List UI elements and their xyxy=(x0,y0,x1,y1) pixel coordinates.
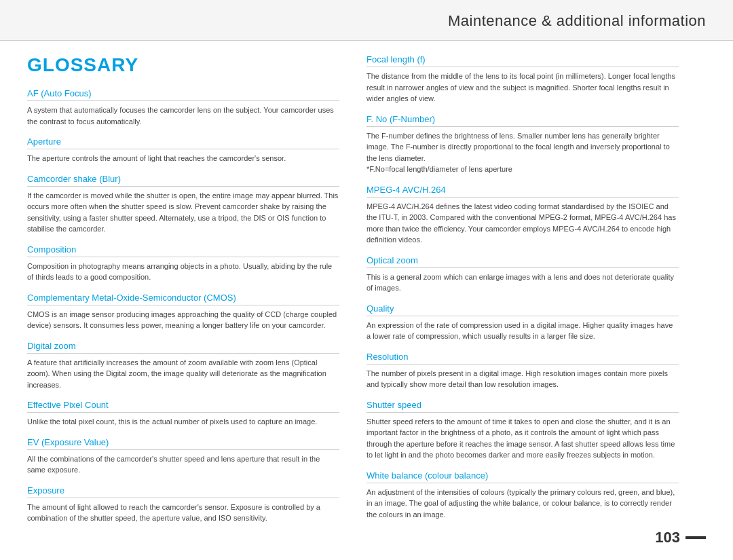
left-column: GLOSSARY AF (Auto Focus)A system that au… xyxy=(27,54,339,534)
left-term-3: CompositionComposition in photography me… xyxy=(27,244,339,283)
right-term-body-6: Shutter speed refers to the amount of ti… xyxy=(366,416,679,461)
page-number-bar xyxy=(685,536,706,539)
header-section: Maintenance & additional information xyxy=(0,0,733,41)
right-term-heading-4: Quality xyxy=(366,303,679,316)
right-term-6: Shutter speedShutter speed refers to the… xyxy=(366,400,679,461)
left-term-4: Complementary Metal-Oxide-Semiconductor … xyxy=(27,293,339,331)
header-title: Maintenance & additional information xyxy=(27,12,706,30)
right-term-5: ResolutionThe number of pixels present i… xyxy=(366,352,679,390)
left-term-heading-7: EV (Exposure Value) xyxy=(27,437,339,450)
right-term-4: QualityAn expression of the rate of comp… xyxy=(366,303,679,342)
page-number: 103 xyxy=(655,529,680,546)
glossary-title: GLOSSARY xyxy=(27,54,339,76)
right-term-1: F. No (F-Number)The F-number defines the… xyxy=(366,114,679,175)
left-term-heading-8: Exposure xyxy=(27,485,339,498)
left-terms-container: AF (Auto Focus)A system that automatical… xyxy=(27,88,339,524)
right-term-body-2: MPEG-4 AVC/H.264 defines the latest vide… xyxy=(366,201,679,246)
right-term-0: Focal length (f)The distance from the mi… xyxy=(366,54,679,105)
left-term-heading-4: Complementary Metal-Oxide-Semiconductor … xyxy=(27,293,339,305)
right-terms-container: Focal length (f)The distance from the mi… xyxy=(366,54,679,520)
right-term-2: MPEG-4 AVC/H.264MPEG-4 AVC/H.264 defines… xyxy=(366,185,679,246)
left-term-heading-2: Camcorder shake (Blur) xyxy=(27,174,339,187)
left-term-heading-5: Digital zoom xyxy=(27,341,339,354)
right-term-heading-6: Shutter speed xyxy=(366,400,679,413)
right-term-body-5: The number of pixels present in a digita… xyxy=(366,368,679,390)
left-term-7: EV (Exposure Value)All the combinations … xyxy=(27,437,339,476)
left-term-body-8: The amount of light allowed to reach the… xyxy=(27,502,339,524)
page-container: Maintenance & additional information GLO… xyxy=(0,0,733,560)
left-term-0: AF (Auto Focus)A system that automatical… xyxy=(27,88,339,127)
right-term-heading-7: White balance (colour balance) xyxy=(366,470,679,483)
left-term-1: ApertureThe aperture controls the amount… xyxy=(27,136,339,164)
right-term-body-7: An adjustment of the intensities of colo… xyxy=(366,487,679,521)
left-term-8: ExposureThe amount of light allowed to r… xyxy=(27,485,339,524)
right-term-7: White balance (colour balance)An adjustm… xyxy=(366,470,679,521)
right-term-heading-3: Optical zoom xyxy=(366,255,679,268)
right-term-heading-0: Focal length (f) xyxy=(366,54,679,67)
left-term-body-6: Unlike the total pixel count, this is th… xyxy=(27,416,339,428)
right-term-body-4: An expression of the rate of compression… xyxy=(366,320,679,342)
content-area: GLOSSARY AF (Auto Focus)A system that au… xyxy=(0,41,733,547)
left-term-body-5: A feature that artificially increases th… xyxy=(27,357,339,391)
right-term-3: Optical zoomThis is a general zoom which… xyxy=(366,255,679,294)
left-term-body-3: Composition in photography means arrangi… xyxy=(27,261,339,283)
page-number-section: 103 xyxy=(655,529,706,546)
left-term-heading-3: Composition xyxy=(27,244,339,257)
left-term-body-2: If the camcorder is moved while the shut… xyxy=(27,190,339,235)
left-term-2: Camcorder shake (Blur)If the camcorder i… xyxy=(27,174,339,235)
right-term-body-1: The F-number defines the brightness of l… xyxy=(366,130,679,175)
right-term-heading-5: Resolution xyxy=(366,352,679,365)
right-term-body-3: This is a general zoom which can enlarge… xyxy=(366,272,679,294)
left-term-body-1: The aperture controls the amount of ligh… xyxy=(27,153,339,164)
left-term-5: Digital zoomA feature that artificially … xyxy=(27,341,339,391)
right-term-body-0: The distance from the middle of the lens… xyxy=(366,71,679,105)
left-term-heading-1: Aperture xyxy=(27,136,339,149)
left-term-heading-6: Effective Pixel Count xyxy=(27,400,339,413)
left-term-body-0: A system that automatically focuses the … xyxy=(27,105,339,127)
left-term-body-4: CMOS is an image sensor producing images… xyxy=(27,309,339,331)
left-term-6: Effective Pixel CountUnlike the total pi… xyxy=(27,400,339,428)
right-column: Focal length (f)The distance from the mi… xyxy=(366,54,679,534)
right-term-heading-2: MPEG-4 AVC/H.264 xyxy=(366,185,679,198)
left-term-heading-0: AF (Auto Focus) xyxy=(27,88,339,101)
left-term-body-7: All the combinations of the camcorder's … xyxy=(27,453,339,476)
right-term-heading-1: F. No (F-Number) xyxy=(366,114,679,127)
